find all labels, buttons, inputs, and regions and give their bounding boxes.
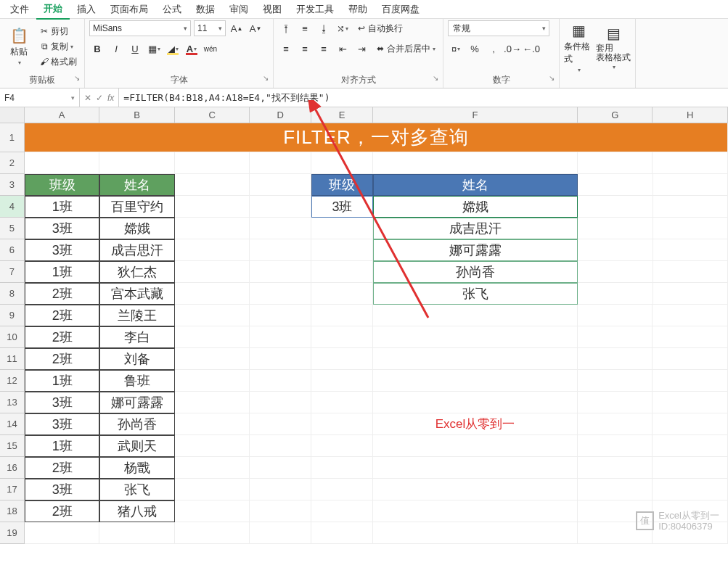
launcher-icon[interactable]: ↘ — [549, 74, 555, 82]
cell[interactable] — [373, 348, 578, 370]
cell[interactable]: 李白 — [99, 326, 175, 348]
cell[interactable] — [175, 305, 250, 326]
cell[interactable] — [311, 239, 373, 261]
cell[interactable] — [250, 479, 311, 500]
title-cell[interactable]: FILTER，一对多查询 — [25, 123, 728, 152]
cell[interactable]: 鲁班 — [99, 370, 175, 392]
row-header-4[interactable]: 4 — [0, 196, 25, 218]
cell[interactable] — [653, 457, 727, 479]
cell[interactable] — [373, 152, 578, 174]
cell[interactable] — [578, 152, 653, 174]
cell[interactable] — [311, 435, 373, 457]
menu-item-3[interactable]: 页面布局 — [103, 0, 155, 19]
col-header-H[interactable]: H — [653, 107, 728, 123]
align-bottom-button[interactable]: ⭳ — [316, 20, 332, 36]
format-painter-button[interactable]: 🖌格式刷 — [36, 55, 80, 69]
cell[interactable]: 3班 — [25, 239, 100, 261]
col-header-B[interactable]: B — [99, 107, 175, 123]
fill-color-button[interactable]: ◢▾ — [165, 41, 181, 57]
fx-button[interactable]: fx — [107, 93, 114, 103]
cell[interactable]: 孙尚香 — [373, 261, 578, 283]
cell[interactable]: 1班 — [25, 261, 100, 283]
cell[interactable] — [250, 435, 311, 457]
cell[interactable]: 1班 — [25, 435, 100, 457]
cell[interactable]: 张飞 — [99, 479, 175, 500]
cell[interactable] — [25, 152, 100, 174]
cell[interactable] — [175, 261, 250, 283]
cell[interactable] — [311, 326, 373, 348]
cell[interactable] — [311, 305, 373, 326]
cell[interactable] — [578, 348, 653, 370]
cell[interactable] — [653, 413, 727, 435]
menu-item-10[interactable]: 百度网盘 — [375, 0, 427, 19]
row-header-18[interactable]: 18 — [0, 500, 25, 522]
col-header-D[interactable]: D — [250, 107, 311, 123]
align-left-button[interactable]: ≡ — [278, 41, 294, 57]
cell[interactable] — [311, 152, 373, 174]
menu-item-6[interactable]: 审阅 — [222, 0, 255, 19]
cell[interactable] — [653, 196, 728, 218]
cell[interactable] — [175, 239, 250, 261]
bold-button[interactable]: B — [89, 41, 105, 57]
cell[interactable]: 2班 — [25, 305, 100, 326]
cell[interactable] — [175, 174, 250, 196]
align-center-button[interactable]: ≡ — [297, 41, 313, 57]
row-header-13[interactable]: 13 — [0, 392, 25, 413]
cell[interactable] — [578, 457, 653, 479]
cell[interactable]: 姓名 — [373, 174, 578, 196]
cell[interactable] — [311, 479, 373, 500]
cut-button[interactable]: ✂剪切 — [36, 25, 80, 38]
phonetic-button[interactable]: wén — [203, 41, 218, 57]
number-format-select[interactable]: 常规 — [448, 20, 549, 36]
italic-button[interactable]: I — [108, 41, 124, 57]
cell[interactable] — [578, 413, 653, 435]
cell[interactable] — [250, 457, 311, 479]
worksheet[interactable]: ABCDEFGH 1FILTER，一对多查询23班级姓名班级姓名41班百里守约3… — [0, 107, 728, 544]
currency-button[interactable]: ¤▾ — [448, 41, 464, 57]
cell[interactable] — [250, 522, 311, 544]
col-header-F[interactable]: F — [373, 107, 578, 123]
cell[interactable] — [373, 305, 578, 326]
cell[interactable]: 2班 — [25, 326, 100, 348]
launcher-icon[interactable]: ↘ — [74, 74, 80, 82]
name-box[interactable]: F4 — [0, 88, 80, 107]
cell[interactable] — [373, 522, 578, 544]
cell[interactable] — [250, 348, 311, 370]
cell[interactable]: 1班 — [25, 370, 100, 392]
cell[interactable] — [578, 218, 653, 239]
border-button[interactable]: ▦▾ — [146, 41, 162, 57]
cell[interactable] — [250, 239, 311, 261]
cell[interactable] — [175, 435, 250, 457]
cell[interactable]: 嫦娥 — [99, 218, 175, 239]
cell[interactable] — [311, 348, 373, 370]
paste-button[interactable]: 📋 粘贴 ▾ — [4, 27, 33, 66]
menu-item-4[interactable]: 公式 — [155, 0, 189, 19]
cell[interactable]: 姓名 — [99, 174, 175, 196]
cell[interactable] — [175, 218, 250, 239]
cell[interactable] — [373, 479, 578, 500]
formula-input[interactable]: =FILTER(B4:B18,A4:A18=E4,"找不到结果") — [119, 88, 728, 107]
underline-button[interactable]: U — [127, 41, 143, 57]
row-header-3[interactable]: 3 — [0, 174, 25, 196]
cell[interactable] — [250, 500, 311, 522]
cell[interactable] — [250, 261, 311, 283]
menu-item-5[interactable]: 数据 — [189, 0, 222, 19]
font-size-select[interactable]: 11 — [194, 20, 226, 36]
cell[interactable] — [653, 174, 728, 196]
cell[interactable] — [653, 326, 727, 348]
col-header-E[interactable]: E — [311, 107, 373, 123]
cell[interactable] — [175, 413, 250, 435]
cell[interactable] — [175, 326, 250, 348]
cell[interactable] — [653, 239, 728, 261]
increase-decimal-button[interactable]: .0→ — [504, 41, 520, 57]
row-header-19[interactable]: 19 — [0, 522, 25, 544]
row-header-14[interactable]: 14 — [0, 413, 25, 435]
indent-inc-button[interactable]: ⇥ — [353, 41, 369, 57]
cell[interactable] — [175, 196, 250, 218]
cell[interactable] — [578, 392, 653, 413]
cell[interactable] — [653, 152, 728, 174]
decrease-decimal-button[interactable]: ←.0 — [523, 41, 539, 57]
menu-item-2[interactable]: 插入 — [70, 0, 103, 19]
cell[interactable] — [311, 392, 373, 413]
cell[interactable] — [578, 283, 653, 305]
